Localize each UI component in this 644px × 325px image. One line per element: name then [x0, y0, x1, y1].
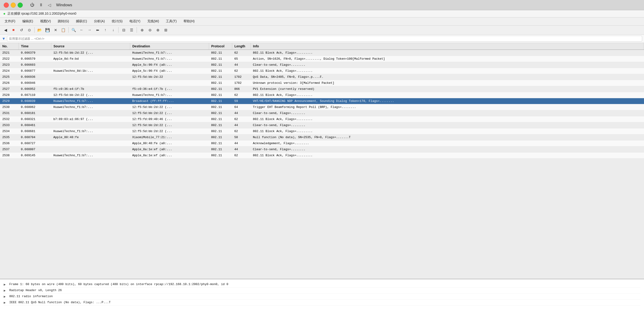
cell-len: 65: [232, 56, 250, 62]
cell-no: 2537: [0, 146, 18, 153]
detail-row[interactable]: ▶Radiotap Header v0, Length 26: [4, 288, 640, 294]
filter-dropdown-icon[interactable]: ▼: [2, 37, 6, 41]
cell-no: 2522: [0, 56, 18, 62]
tb-restart-btn[interactable]: ↺: [18, 27, 25, 34]
table-row[interactable]: 25370.668807Apple_8a:1e:ef (a0:...802.11…: [0, 146, 644, 153]
tb-autosize-btn[interactable]: ☰: [128, 27, 135, 34]
tb-open-btn[interactable]: 📂: [36, 27, 44, 34]
minimize-button[interactable]: [11, 3, 16, 8]
table-row[interactable]: 25270.666952f5:c0:36:e4:1f:7bf5:c0:36:e4…: [0, 86, 644, 92]
cell-no: 2525: [0, 74, 18, 80]
cell-source: b7:89:03:a1:86:97 (...: [51, 116, 130, 122]
col-header-length: Length: [232, 43, 250, 50]
menu-item-f[interactable]: 文件(F): [2, 18, 18, 24]
cell-time: 0.669145: [18, 153, 51, 159]
table-row[interactable]: 25210.66637912:f5:5d:bb:2d:22 (...Huawei…: [0, 50, 644, 56]
tb-prev-btn[interactable]: ↑: [102, 27, 109, 34]
menu-item-h[interactable]: 帮助(H): [180, 18, 198, 24]
cell-info: Clear-to-send, Flags=........: [250, 146, 644, 153]
table-row[interactable]: 25260.666946802.111702Unknown protocol v…: [0, 80, 644, 86]
cell-time: 0.666877: [18, 68, 51, 74]
menu-item-w[interactable]: 无线(W): [144, 18, 162, 24]
cell-info: Action, SN=1626, FN=0, Flags=........, D…: [250, 56, 644, 62]
cell-dest: HuaweiTechno_f1:b7:...: [130, 92, 209, 98]
cell-no: 2533: [0, 122, 18, 128]
table-row[interactable]: 25280.66711012:f5:5d:bb:2d:22 (...Huawei…: [0, 92, 644, 98]
table-row[interactable]: 25310.66818112:f5:5d:bb:2d:22 (...802.11…: [0, 110, 644, 116]
cell-proto: 802.11: [209, 68, 232, 74]
detail-row[interactable]: ▶IEEE 802.11 QoS Null function (No data)…: [4, 300, 640, 306]
table-row[interactable]: 25330.66846112:f5:5d:bb:2d:22 (...802.11…: [0, 122, 644, 128]
table-row[interactable]: 25230.666603Apple_5c:90:f4 (a0:...802.11…: [0, 62, 644, 68]
cell-proto: 802.11: [209, 122, 232, 128]
table-row[interactable]: 25220.666579Apple_0d:fe:bdHuaweiTechno_f…: [0, 56, 644, 62]
tb-stop-btn[interactable]: ■: [10, 27, 17, 34]
menu-item-t[interactable]: 工具(T): [162, 18, 180, 24]
back-icon[interactable]: ◁: [48, 3, 51, 8]
table-row[interactable]: 25300.668062HuaweiTechno_f1:b7:...12:f5:…: [0, 104, 644, 110]
cell-info: Trigger EHT Beamforming Report Poll (BRP…: [250, 104, 644, 110]
tb-fullscreen-btn[interactable]: ⊞: [162, 27, 169, 34]
cell-no: 2526: [0, 80, 18, 86]
tb-zoom-in-btn[interactable]: ⊕: [138, 27, 146, 34]
tb-back-btn[interactable]: ◀: [2, 27, 9, 34]
tb-next-btn[interactable]: ↓: [110, 27, 117, 34]
menu-item-c[interactable]: 捕获(C): [72, 18, 90, 24]
capture-bar: ● 正在捕获 rpcap://192.168.10.1:2002/phy0-mo…: [0, 10, 644, 18]
detail-text: IEEE 802.11 QoS Null function (No data),…: [9, 301, 111, 304]
filterbar: ▼: [0, 35, 644, 43]
detail-expand-icon: ▶: [4, 294, 8, 298]
table-row[interactable]: 25380.669145HuaweiTechno_f1:b7:...Apple_…: [0, 153, 644, 159]
cell-proto: 802.11: [209, 86, 232, 92]
cell-info: 802.11 Block Ack, Flags=.........: [250, 68, 644, 74]
col-header-destination: Destination: [130, 43, 209, 50]
pause-icon[interactable]: ⏸: [39, 3, 43, 8]
menu-item-s[interactable]: 统计(S): [108, 18, 126, 24]
tb-zoom-reset-btn[interactable]: ⊗: [154, 27, 162, 34]
tb-colorize-btn[interactable]: ⊟: [120, 27, 127, 34]
cell-dest: 12:f5:5d:bb:2d:22 (...: [130, 122, 209, 128]
table-row[interactable]: 25340.668681HuaweiTechno_f1:b7:...12:f5:…: [0, 128, 644, 134]
tb-zoom-out-btn[interactable]: ⊖: [146, 27, 154, 34]
table-row[interactable]: 25240.666877HuaweiTechno_8d:1b:...Apple_…: [0, 68, 644, 74]
cell-no: 2531: [0, 110, 18, 116]
tb-goto-btn[interactable]: ⬅: [94, 27, 101, 34]
table-row[interactable]: 25350.668704Apple_80:48:feXiaomiMobile_7…: [0, 134, 644, 140]
tb-reload-btn[interactable]: 📋: [60, 27, 67, 34]
cell-source: [51, 140, 130, 146]
tb-close-btn[interactable]: ✕: [52, 27, 59, 34]
tb-capture-opts-btn[interactable]: ⊙: [26, 27, 33, 34]
menu-item-v[interactable]: 视图(V): [37, 18, 54, 24]
toolbar: ◀ ■ ↺ ⊙ 📂 💾 ✕ 📋 🔍 ← → ⬅ ↑ ↓ ⊟ ☰ ⊕ ⊖ ⊗ ⊞: [0, 26, 644, 35]
menu-item-y[interactable]: 电话(Y): [126, 18, 144, 24]
tb-back-pkt-btn[interactable]: ←: [78, 27, 85, 34]
cell-proto: 802.11: [209, 62, 232, 68]
tb-find-btn[interactable]: 🔍: [70, 27, 78, 34]
menu-item-g[interactable]: 跳转(G): [54, 18, 72, 24]
table-row[interactable]: 25290.668039HuaweiTechno_f1:b7:...Broadc…: [0, 98, 644, 104]
cell-time: 0.668039: [18, 98, 51, 104]
detail-row[interactable]: ▶Frame 1: 60 bytes on wire (480 bits), 6…: [4, 281, 640, 288]
maximize-button[interactable]: [18, 3, 23, 8]
table-row[interactable]: 25320.668321b7:89:03:a1:86:97 (...12:f5:…: [0, 116, 644, 122]
table-row[interactable]: 25360.668727Apple_80:48:fe (a0:...802.11…: [0, 140, 644, 146]
tb-fwd-pkt-btn[interactable]: →: [86, 27, 93, 34]
detail-panel: ▶Frame 1: 60 bytes on wire (480 bits), 6…: [0, 279, 644, 325]
cell-len: 62: [232, 116, 250, 122]
close-button[interactable]: [4, 3, 9, 8]
tb-save-btn[interactable]: 💾: [44, 27, 51, 34]
cell-proto: 802.11: [209, 140, 232, 146]
filter-input[interactable]: [7, 36, 642, 42]
cell-proto: 802.11: [209, 56, 232, 62]
menu-item-a[interactable]: 分析(A): [91, 18, 108, 24]
table-row[interactable]: 25250.66693612:f5:5d:bb:2d:22802.111702Q…: [0, 74, 644, 80]
cell-dest: HuaweiTechno_f1:b7:...: [130, 50, 209, 56]
cell-dest: Apple_5c:90:f4 (a0:...: [130, 68, 209, 74]
cell-info: 802.11 Block Ack, Flags=.........: [250, 128, 644, 134]
menu-item-e[interactable]: 编辑(E): [19, 18, 36, 24]
packet-tbody: 25210.66637912:f5:5d:bb:2d:22 (...Huawei…: [0, 50, 644, 159]
detail-row[interactable]: ▶802.11 radio information: [4, 294, 640, 300]
window-controls: [4, 3, 23, 8]
power-icon[interactable]: ⏻: [30, 3, 34, 8]
cell-proto: 802.11: [209, 116, 232, 122]
